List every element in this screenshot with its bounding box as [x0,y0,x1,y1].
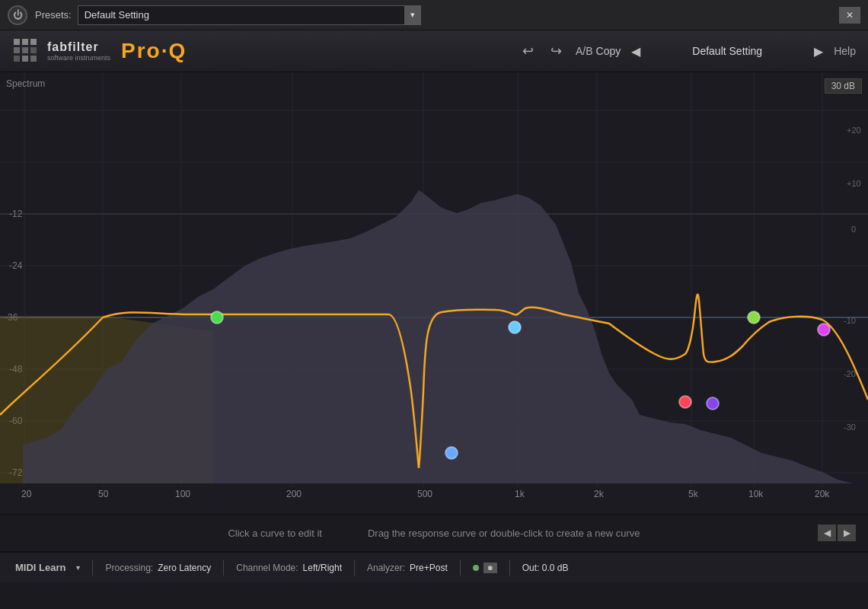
midi-learn-area: MIDI Learn ▾ [9,559,80,576]
eq-node-5 [707,397,719,410]
spectrum-label: Spectrum [6,78,45,89]
preset-name-center: Default Setting [651,45,803,57]
product-name: Pro·Q [121,39,187,63]
copy-button[interactable]: Copy [596,45,621,57]
svg-text:50: 50 [98,489,109,499]
svg-text:0: 0 [851,225,856,234]
plugin-header: fabfilter software instruments Pro·Q ↩ ↪… [0,30,868,72]
top-bar-right: ✕ [839,7,860,24]
svg-text:200: 200 [286,489,302,499]
nav-right-button[interactable]: ▶ [814,44,823,59]
info-nav-left-button[interactable]: ◀ [818,525,836,541]
svg-marker-50 [23,190,868,483]
undo-button[interactable]: ↩ [519,41,537,61]
svg-text:-30: -30 [844,422,856,432]
svg-text:10k: 10k [748,489,764,499]
svg-rect-6 [14,56,20,62]
top-preset-bar: ⏻ Presets: Default Setting ▾ ✕ [0,0,868,30]
svg-text:2k: 2k [594,489,605,499]
power-button[interactable]: ⏻ [8,5,27,25]
eq-node-7 [818,324,830,336]
svg-text:100: 100 [175,489,190,499]
channel-mode-area: Channel Mode: Left/Right [236,563,342,573]
preset-select[interactable]: Default Setting [78,5,405,25]
presets-label: Presets: [35,9,72,21]
svg-rect-2 [30,39,37,45]
header-controls: ↩ ↪ A/B Copy ◀ Default Setting ▶ Help [519,41,856,61]
midi-learn-button[interactable]: MIDI Learn [9,559,72,576]
svg-text:-24: -24 [9,260,23,271]
midi-dropdown-button[interactable]: ▾ [76,563,80,572]
status-separator-2 [223,560,224,576]
svg-text:-10: -10 [844,316,856,325]
processing-area: Processing: Zero Latency [105,563,211,573]
info-right-text: Drag the response curve or double-click … [368,528,640,539]
status-separator-4 [460,560,461,576]
analyzer-dot-active [473,565,479,571]
record-button[interactable]: ⏺ [483,563,497,573]
eq-node-1 [211,311,223,324]
svg-text:20k: 20k [815,489,830,499]
processing-value: Zero Latency [158,563,211,573]
ab-copy-area: A/B Copy [576,45,621,57]
status-bar: MIDI Learn ▾ Processing: Zero Latency Ch… [0,552,868,582]
status-separator-5 [509,560,510,576]
help-button[interactable]: Help [834,45,856,57]
status-separator-1 [92,560,93,576]
channel-mode-label: Channel Mode: [236,563,298,573]
svg-rect-5 [30,47,37,53]
preset-dropdown-arrow[interactable]: ▾ [404,5,421,25]
status-separator-3 [354,560,355,576]
analyzer-label: Analyzer: [367,563,405,573]
svg-text:-20: -20 [844,369,856,378]
svg-rect-1 [22,39,28,45]
info-left-text: Click a curve to edit it [228,528,322,539]
eq-node-3 [509,321,521,333]
svg-text:+10: +10 [847,179,861,188]
svg-text:-12: -12 [9,209,23,219]
svg-text:500: 500 [417,489,432,499]
out-level-area: Out: 0.0 dB [522,563,569,573]
redo-button[interactable]: ↪ [547,41,565,61]
svg-rect-7 [22,56,28,62]
analyzer-area: Analyzer: Pre+Post [367,563,448,573]
fabfilter-logo-icon [12,37,40,65]
svg-text:+20: +20 [847,126,861,135]
db-badge: 30 dB [825,78,862,94]
eq-display-area[interactable]: Spectrum 30 dB -12 -24 -36 -48 -60 -72 +… [0,72,868,514]
brand-name: fabfilter [47,40,110,54]
close-button[interactable]: ✕ [839,7,860,24]
info-bar: Click a curve to edit it Drag the respon… [0,514,868,552]
logo-area: fabfilter software instruments Pro·Q [12,37,187,65]
channel-mode-value: Left/Right [303,563,342,573]
ab-label[interactable]: A/B [576,45,593,57]
info-nav-right-button[interactable]: ▶ [838,525,856,541]
svg-rect-3 [14,47,20,53]
svg-text:20: 20 [21,489,32,499]
info-nav-arrows: ◀ ▶ [818,525,856,541]
svg-rect-8 [30,56,37,62]
svg-text:5k: 5k [688,489,699,499]
eq-node-6 [748,311,760,324]
svg-rect-0 [14,39,20,45]
eq-node-2 [445,447,458,459]
svg-rect-4 [22,47,28,53]
processing-label: Processing: [105,563,153,573]
out-level-label: Out: 0.0 dB [522,563,569,573]
svg-text:1k: 1k [515,489,525,499]
analyzer-value: Pre+Post [410,563,448,573]
nav-left-button[interactable]: ◀ [631,44,640,59]
eq-node-4 [679,396,691,408]
analyzer-dots: ⏺ [473,563,497,573]
eq-canvas: -12 -24 -36 -48 -60 -72 +20 +10 0 -10 -2… [0,72,868,514]
brand-sub: software instruments [47,54,110,62]
